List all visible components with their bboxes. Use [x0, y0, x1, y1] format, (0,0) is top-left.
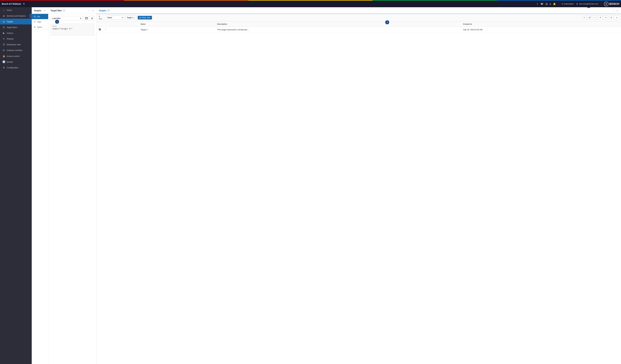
user-info[interactable]: 👤 John.Doe@domain.com — [576, 3, 598, 5]
dropdown-chevron-icon: ▾ — [80, 17, 81, 19]
add-action-btn[interactable]: + — [615, 16, 619, 20]
subscription-btn[interactable]: 🗁 Subscription — [562, 3, 574, 5]
sidebar-item-targets[interactable]: ◎ Targets — [0, 19, 32, 24]
sidebar-item-quotas[interactable]: 📊 Quotas — [0, 59, 32, 65]
table-body: ? Target 1 This target represents a temp… — [97, 27, 621, 32]
sub-nav-tags[interactable]: 🏷 Tags — [32, 19, 48, 24]
target-filter-minimize-btn[interactable]: − — [88, 9, 90, 12]
query-value: name=="Target 1*" — [52, 28, 92, 30]
target-filter-expand-btn[interactable]: ⤢ — [91, 9, 94, 12]
link-action-btn[interactable]: 🔗 — [587, 16, 592, 20]
sidebar-item-access-control[interactable]: 🔒 Access control — [0, 53, 32, 59]
filter-bar: 1 item Name ▾ Target 1 × by RSQL filter … — [97, 14, 621, 22]
item-count: 1 item — [99, 15, 105, 20]
refresh2-action-btn[interactable]: ↻ — [604, 16, 608, 20]
targets-expand-btn[interactable]: ⤢ — [616, 9, 619, 12]
targets-header-actions: − ⤢ — [612, 9, 619, 12]
sub-nav-types[interactable]: ⚙ Types — [32, 24, 48, 30]
main-layout: ⌂ Home ◈ Services and features 1 ◎ Targe… — [0, 7, 621, 364]
sub-nav-list-label: List — [37, 15, 40, 18]
target-filters-icon: ⊟ — [2, 26, 5, 29]
user-icon: 👤 — [576, 3, 578, 5]
targets-minimize-btn[interactable]: − — [612, 9, 615, 12]
tags-icon: 🏷 — [34, 21, 36, 23]
targets-data-table: Name Description Created at ? — [97, 22, 621, 32]
row-created-at-cell: July 19, 2024 8:35 AM — [461, 27, 621, 32]
sidebar-item-rollouts[interactable]: ↻ Rollouts — [0, 36, 32, 42]
targets-main-title: Targets i — [99, 9, 110, 12]
bosch-icon: B — [604, 2, 608, 6]
sidebar-item-home[interactable]: ⌂ Home — [0, 7, 32, 13]
filter-name-select[interactable]: Name ▾ — [106, 16, 124, 20]
load-filter-select[interactable]: Load filter ▾ — [51, 16, 83, 20]
target-filter-header: Target filter i − ⤢ — [48, 7, 97, 14]
target-filter-title: Target filter i — [51, 9, 65, 12]
table-col-name[interactable]: Name — [138, 22, 215, 27]
targets-nav-title: Targets — [34, 9, 41, 12]
divider-2 — [601, 2, 601, 5]
dollar-icon[interactable]: $ — [550, 3, 551, 5]
phone-icon[interactable]: ☎ — [540, 2, 543, 5]
sidebar-item-software-modules[interactable]: ⧉ Software modules — [0, 47, 32, 53]
row-description-cell: This target represents a temperatu… — [215, 27, 461, 32]
sub-nav-tags-label: Tags — [37, 21, 41, 23]
row-help-icon[interactable]: ? — [105, 29, 106, 31]
sidebar-item-label: Software modules — [7, 49, 22, 51]
chip-close-icon[interactable]: × — [134, 16, 135, 19]
row-name-cell: Target 1 — [138, 27, 215, 32]
sidebar-item-actions[interactable]: ▶ Actions — [0, 30, 32, 36]
target-filter-panel-actions: − ⤢ — [88, 9, 94, 12]
table-col-help — [103, 22, 138, 27]
home-icon: ⌂ — [2, 9, 5, 11]
sidebar-item-target-filters[interactable]: ⊟ Target filters — [0, 24, 32, 30]
bell-icon[interactable]: 🔔 — [553, 2, 556, 5]
types-icon: ⚙ — [34, 26, 36, 28]
target-filter-info-icon[interactable]: i — [63, 9, 65, 12]
targets-info-icon[interactable]: i — [107, 9, 110, 12]
targets-nav-header: Targets × — [32, 7, 48, 14]
top-bar-right: ⇧ ☎ ▤ $ 🔔 🗁 Subscription 👤 John.Doe@doma… — [536, 2, 619, 6]
content-area: Targets × ☰ List 🏷 Tags ⚙ Types — [32, 7, 621, 364]
layout-icon[interactable]: ▤ — [546, 2, 548, 5]
services-icon: ◈ — [2, 15, 5, 17]
settings-action-btn[interactable]: ⚙ — [609, 16, 613, 20]
sub-nav-list[interactable]: ☰ List — [32, 14, 48, 19]
table-col-created-at: Created at — [461, 22, 621, 27]
annotation-3: 3 — [55, 20, 59, 24]
annotation-2: 2 — [586, 7, 591, 8]
targets-main-header: Targets i − ⤢ 2 — [97, 7, 621, 14]
sidebar-item-configuration[interactable]: ⚙ Configuration — [0, 65, 32, 70]
edit-action-btn[interactable]: ✎ — [582, 16, 586, 20]
annotation-4: 4 — [385, 20, 389, 24]
undo-action-btn[interactable]: ↩ — [593, 16, 597, 20]
target-filter-panel: Target filter i − ⤢ Load filter ▾ 💾 — [48, 7, 97, 364]
table-row[interactable]: ? Target 1 This target represents a temp… — [97, 27, 621, 32]
quotas-icon: 📊 — [2, 61, 5, 63]
top-bar: Bosch IoT Rollouts × ⇧ ☎ ▤ $ 🔔 🗁 Subscri… — [0, 0, 621, 7]
by-rsql-btn[interactable]: by RSQL filter — [138, 16, 152, 19]
save-filter-btn[interactable]: 💾 — [84, 16, 89, 20]
table-col-checkbox — [97, 22, 103, 27]
refresh1-action-btn[interactable]: ⟳ — [598, 16, 603, 20]
sidebar-item-label: Quotas — [7, 61, 13, 63]
filter-chip[interactable]: Target 1 × — [125, 16, 137, 20]
row-checkbox[interactable] — [99, 28, 101, 31]
software-modules-icon: ⧉ — [2, 49, 5, 52]
sidebar-item-services[interactable]: ◈ Services and features 1 — [0, 13, 32, 19]
sub-nav: ☰ List 🏷 Tags ⚙ Types — [32, 14, 48, 30]
app-close-btn[interactable]: × — [23, 2, 25, 5]
share-icon[interactable]: ⇧ — [536, 2, 538, 5]
access-control-icon: 🔒 — [2, 55, 5, 57]
actions-icon: ▶ — [2, 32, 5, 34]
delete-filter-btn[interactable]: 🗑 — [90, 16, 94, 20]
subscription-icon: 🗁 — [562, 3, 563, 5]
sidebar-item-distribution-sets[interactable]: ☰ Distribution sets — [0, 42, 32, 47]
targets-icon: ◎ — [2, 20, 5, 23]
delete-icon: 🗑 — [91, 17, 93, 19]
targets-nav-close-btn[interactable]: × — [44, 9, 46, 12]
app-title-area: Bosch IoT Rollouts × — [2, 2, 25, 5]
divider-1 — [559, 2, 559, 5]
annotation-1: 1 — [30, 14, 32, 18]
sidebar-item-label: Access control — [7, 55, 19, 57]
save-icon: 💾 — [85, 17, 88, 19]
